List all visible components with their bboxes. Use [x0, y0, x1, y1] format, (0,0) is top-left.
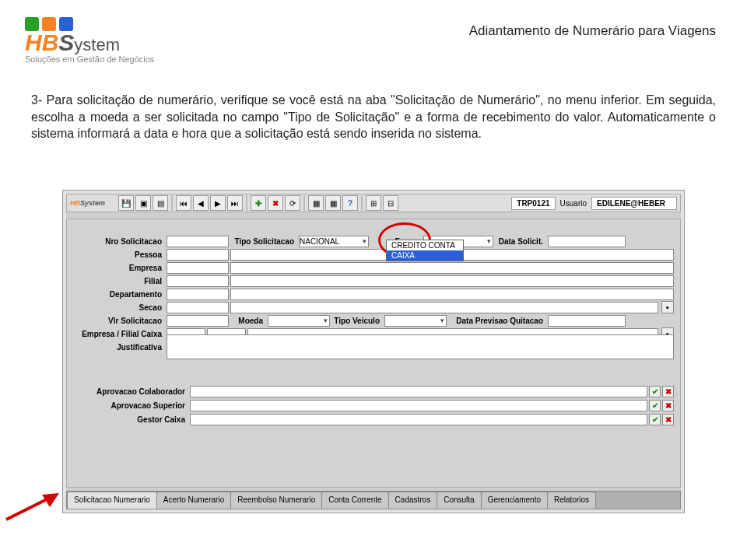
- toolbar-add-icon[interactable]: ✚: [251, 195, 266, 211]
- instruction-paragraph: 3- Para solicitação de numerário, verifi…: [31, 92, 716, 142]
- toolbar-btn-3[interactable]: ▤: [153, 195, 168, 211]
- input-data-solicit[interactable]: [548, 236, 626, 247]
- user-value: EDILENE@HEBER: [591, 197, 677, 210]
- toolbar-grid1-icon[interactable]: ▦: [308, 195, 324, 211]
- svg-line-4: [6, 498, 50, 520]
- toolbar-next-icon[interactable]: ▶: [210, 195, 226, 211]
- tab-conta-corrente[interactable]: Conta Corrente: [321, 492, 388, 509]
- select-moeda[interactable]: [268, 315, 330, 327]
- toolbar-save-icon[interactable]: 💾: [118, 195, 134, 211]
- page-title: Adiantamento de Numerário para Viagens: [469, 23, 716, 39]
- input-departamento-code[interactable]: [167, 289, 229, 300]
- input-data-previsao[interactable]: [548, 315, 626, 327]
- tab-acerto-numerario[interactable]: Acerto Numerario: [156, 492, 231, 509]
- label-filial: Filial: [73, 277, 167, 285]
- input-empresa-code[interactable]: [167, 262, 229, 274]
- logo-tagline: Soluções em Gestão de Negócios: [25, 54, 188, 64]
- label-moeda: Moeda: [229, 317, 268, 325]
- select-tipo-veiculo[interactable]: [384, 315, 447, 327]
- forma-dropdown-list[interactable]: CREDITO CONTA CAIXA: [386, 240, 464, 261]
- input-secao-name[interactable]: [230, 302, 658, 313]
- label-nro-solicitacao: Nro Solicitacao: [73, 237, 167, 246]
- tab-relatorios[interactable]: Relatorios: [547, 492, 596, 509]
- label-tipo-veiculo: Tipo Veiculo: [330, 317, 384, 325]
- select-tipo-solicitacao-value: NACIONAL: [300, 237, 339, 246]
- label-data-previsao: Data Previsao Quitacao: [447, 317, 548, 325]
- label-tipo-solicitacao: Tipo Solicitacao: [229, 237, 299, 246]
- app-logo: HBSystem: [70, 196, 117, 210]
- tab-consulta[interactable]: Consulta: [437, 492, 481, 509]
- input-pessoa-code[interactable]: [167, 249, 229, 261]
- toolbar-help-icon[interactable]: ?: [342, 195, 358, 211]
- tab-reembolso-numerario[interactable]: Reembolso Numerario: [230, 492, 322, 509]
- toolbar-tool2-icon[interactable]: ⊟: [383, 195, 398, 211]
- lookup-secao-icon[interactable]: ▪: [661, 301, 674, 313]
- approve-colaborador-button[interactable]: ✔: [649, 386, 661, 397]
- label-data-solicit: Data Solicit.: [493, 237, 548, 246]
- input-departamento-name[interactable]: [230, 289, 674, 300]
- toolbar-grid2-icon[interactable]: ▦: [325, 195, 341, 211]
- label-departamento: Departamento: [73, 290, 167, 299]
- input-aprovacao-superior[interactable]: [190, 400, 647, 411]
- screen-code: TRP0121: [511, 197, 555, 210]
- bottom-tabs: Solicitacao Numerario Acerto Numerario R…: [66, 491, 681, 509]
- input-aprovacao-colaborador[interactable]: [190, 386, 647, 397]
- toolbar-tool1-icon[interactable]: ⊞: [366, 195, 381, 211]
- forma-option-credito[interactable]: CREDITO CONTA: [387, 240, 463, 250]
- label-justificativa: Justificativa: [73, 343, 167, 352]
- toolbar-last-icon[interactable]: ⏭: [227, 195, 243, 211]
- reject-colaborador-button[interactable]: ✖: [662, 386, 674, 397]
- app-window: HBSystem 💾 ▣ ▤ ⏮ ◀ ▶ ⏭ ✚ ✖ ⟳ ▦ ▦ ? ⊞ ⊟ T…: [62, 190, 685, 513]
- reject-superior-button[interactable]: ✖: [662, 400, 674, 411]
- input-filial-code[interactable]: [167, 275, 229, 287]
- toolbar-prev-icon[interactable]: ◀: [193, 195, 209, 211]
- toolbar-first-icon[interactable]: ⏮: [176, 195, 191, 211]
- tab-gerenciamento[interactable]: Gerenciamento: [481, 492, 548, 509]
- input-empresa-name[interactable]: [230, 262, 674, 274]
- input-gestor-caixa[interactable]: [190, 414, 647, 425]
- label-pessoa: Pessoa: [73, 250, 167, 259]
- form-panel: Nro Solicitacao Tipo Solicitacao NACIONA…: [66, 219, 681, 488]
- input-filial-name[interactable]: [230, 275, 674, 287]
- user-label: Usuario: [560, 199, 587, 208]
- app-toolbar: HBSystem 💾 ▣ ▤ ⏮ ◀ ▶ ⏭ ✚ ✖ ⟳ ▦ ▦ ? ⊞ ⊟ T…: [66, 194, 681, 212]
- approve-gestor-button[interactable]: ✔: [649, 414, 661, 425]
- arrow-indicator-tabs: [3, 492, 65, 523]
- input-nro-solicitacao[interactable]: [167, 236, 229, 247]
- label-vlr-solicitacao: Vlr Solicitacao: [73, 317, 167, 325]
- label-empresa: Empresa: [73, 264, 167, 272]
- input-justificativa[interactable]: [167, 334, 674, 359]
- reject-gestor-button[interactable]: ✖: [662, 414, 674, 425]
- input-secao-code[interactable]: [167, 302, 229, 313]
- label-aprovacao-colaborador: Aprovacao Colaborador: [73, 387, 190, 396]
- toolbar-refresh-icon[interactable]: ⟳: [285, 195, 300, 211]
- select-tipo-solicitacao[interactable]: NACIONAL: [299, 236, 369, 247]
- company-logo: HBSystem Soluções em Gestão de Negócios: [25, 17, 188, 64]
- label-gestor-caixa: Gestor Caixa: [73, 415, 190, 424]
- label-secao: Secao: [73, 303, 167, 312]
- toolbar-btn-2[interactable]: ▣: [135, 195, 151, 211]
- label-empresa-filial-caixa: Empresa / Filial Caixa: [73, 330, 167, 338]
- tab-solicitacao-numerario[interactable]: Solicitacao Numerario: [67, 492, 157, 509]
- input-vlr-solicitacao[interactable]: [167, 315, 229, 327]
- approve-superior-button[interactable]: ✔: [649, 400, 661, 411]
- label-aprovacao-superior: Aprovacao Superior: [73, 401, 190, 410]
- toolbar-delete-icon[interactable]: ✖: [268, 195, 283, 211]
- tab-cadastros[interactable]: Cadastros: [388, 492, 438, 509]
- forma-option-caixa[interactable]: CAIXA: [387, 250, 463, 261]
